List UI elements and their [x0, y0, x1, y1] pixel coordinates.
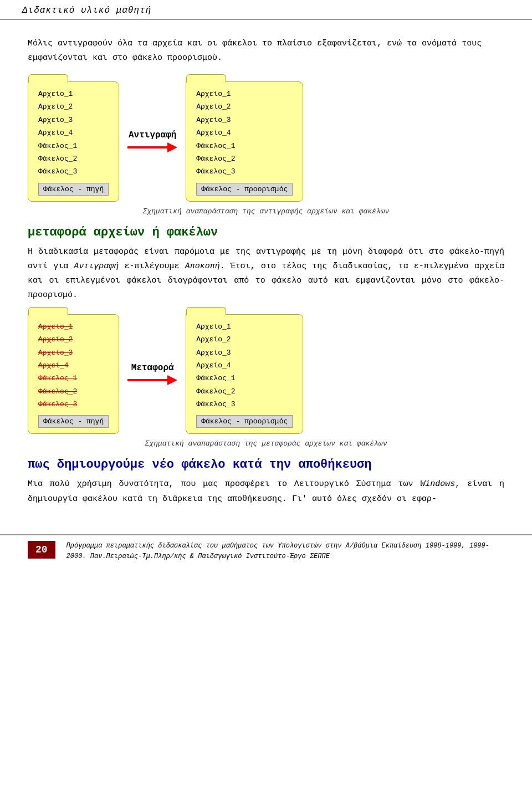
- move-arrow-section: Μεταφορά: [119, 363, 186, 385]
- copy-dst-folder-1: Φάκελος_1: [196, 140, 293, 152]
- copy-source-label: Φάκελος - πηγή: [38, 183, 109, 196]
- copy-dst-file-3: Αρχείο_3: [196, 114, 293, 126]
- copy-diagram-caption: Σχηματική αναπαράσταση της αντιγραφής αρ…: [28, 207, 504, 216]
- copy-src-file-1: Αρχείο_1: [38, 88, 109, 100]
- move-dest-folder-box: Αρχείο_1 Αρχείο_2 Αρχείο_3 Αρχείο_4 Φάκε…: [186, 314, 303, 434]
- move-src-file-3: Αρχείο_3: [38, 346, 109, 359]
- move-dst-file-2: Αρχείο_2: [196, 333, 293, 346]
- move-src-folder-1: Φάκελος_1: [38, 372, 109, 385]
- move-arrow-head: [167, 375, 177, 385]
- copy-arrow: [127, 142, 177, 152]
- copy-arrow-label: Αντιγραφή: [129, 130, 176, 140]
- move-dst-file-1: Αρχείο_1: [196, 320, 293, 333]
- move-source-file-list: Αρχείο_1 Αρχείο_2 Αρχείο_3 Αρχεί_4 Φάκελ…: [38, 320, 109, 411]
- move-source-label: Φάκελος - πηγή: [38, 415, 109, 428]
- move-diagram-caption: Σχηματική αναπαράσταση της μεταφοράς αρχ…: [28, 439, 504, 448]
- move-dst-folder-2: Φάκελος_2: [196, 385, 293, 398]
- move-source-folder-box: Αρχείο_1 Αρχείο_2 Αρχείο_3 Αρχεί_4 Φάκελ…: [28, 314, 119, 434]
- copy-dst-folder-2: Φάκελος_2: [196, 152, 293, 165]
- move-dest-file-list: Αρχείο_1 Αρχείο_2 Αρχείο_3 Αρχείο_4 Φάκε…: [196, 320, 293, 411]
- new-folder-body: Μια πολύ χρήσιμη δυνατότητα, που μας προ…: [28, 477, 504, 506]
- move-src-file-1: Αρχείο_1: [38, 320, 109, 333]
- move-dst-file-3: Αρχείο_3: [196, 346, 293, 359]
- copy-arrow-section: Αντιγραφή: [119, 130, 186, 152]
- arrow-line: [127, 146, 169, 149]
- copy-source-folder: Αρχείο_1 Αρχείο_2 Αρχείο_3 Αρχείο_4 Φάκε…: [28, 81, 119, 202]
- move-dst-file-4: Αρχείο_4: [196, 359, 293, 372]
- move-dst-folder-3: Φάκελος_3: [196, 398, 293, 411]
- copy-src-file-2: Αρχείο_2: [38, 100, 109, 113]
- copy-dst-folder-3: Φάκελος_3: [196, 165, 293, 178]
- copy-src-folder-1: Φάκελος_1: [38, 140, 109, 152]
- copy-dst-file-2: Αρχείο_2: [196, 100, 293, 113]
- intro-paragraph: Μόλις αντιγραφούν όλα τα αρχεία και οι φ…: [28, 37, 504, 65]
- italic-apokopi: Αποκοπή: [185, 262, 220, 271]
- copy-dest-folder-box: Αρχείο_1 Αρχείο_2 Αρχείο_3 Αρχείο_4 Φάκε…: [186, 81, 303, 202]
- move-dst-folder-1: Φάκελος_1: [196, 372, 293, 385]
- move-arrow-label: Μεταφορά: [131, 363, 174, 373]
- move-src-file-2: Αρχείο_2: [38, 333, 109, 346]
- copy-diagram: Αρχείο_1 Αρχείο_2 Αρχείο_3 Αρχείο_4 Φάκε…: [28, 81, 504, 202]
- italic-windows: Windows: [420, 479, 455, 489]
- arrow-head: [167, 142, 177, 152]
- page-header: Διδακτικό υλικό μαθητή: [0, 0, 532, 20]
- move-diagram: Αρχείο_1 Αρχείο_2 Αρχείο_3 Αρχεί_4 Φάκελ…: [28, 314, 504, 434]
- page-footer: 20 Πρόγραμμα πειραματικής διδασκαλίας το…: [0, 534, 532, 567]
- copy-dst-file-4: Αρχείο_4: [196, 126, 293, 139]
- move-body-text: Η διαδικασία μεταφοράς είναι παρόμοια με…: [28, 245, 504, 303]
- copy-source-file-list: Αρχείο_1 Αρχείο_2 Αρχείο_3 Αρχείο_4 Φάκε…: [38, 88, 109, 178]
- copy-source-folder-box: Αρχείο_1 Αρχείο_2 Αρχείο_3 Αρχείο_4 Φάκε…: [28, 81, 119, 202]
- move-dest-folder: Αρχείο_1 Αρχείο_2 Αρχείο_3 Αρχείο_4 Φάκε…: [186, 314, 303, 434]
- move-src-folder-3: Φάκελος_3: [38, 398, 109, 411]
- move-src-file-4: Αρχεί_4: [38, 359, 109, 372]
- page-number: 20: [28, 541, 55, 559]
- copy-src-folder-2: Φάκελος_2: [38, 152, 109, 165]
- move-arrow-line: [127, 379, 169, 381]
- move-arrow: [127, 375, 177, 385]
- move-dest-label: Φάκελος - προορισμός: [196, 415, 293, 428]
- copy-src-folder-3: Φάκελος_3: [38, 165, 109, 178]
- copy-dst-file-1: Αρχείο_1: [196, 88, 293, 100]
- copy-dest-file-list: Αρχείο_1 Αρχείο_2 Αρχείο_3 Αρχείο_4 Φάκε…: [196, 88, 293, 178]
- move-section-heading: μεταφορά αρχείων ή φακέλων: [28, 226, 504, 239]
- copy-src-file-4: Αρχείο_4: [38, 126, 109, 139]
- new-folder-heading-text: πως δημιουργούμε νέο φάκελο κατά την απο…: [28, 458, 372, 472]
- move-source-folder: Αρχείο_1 Αρχείο_2 Αρχείο_3 Αρχεί_4 Φάκελ…: [28, 314, 119, 434]
- move-src-folder-2: Φάκελος_2: [38, 385, 109, 398]
- new-folder-heading: πως δημιουργούμε νέο φάκελο κατά την απο…: [28, 458, 504, 472]
- header-title: Διδακτικό υλικό μαθητή: [22, 6, 151, 16]
- copy-dest-label: Φάκελος - προορισμός: [196, 183, 293, 196]
- italic-antigrafi: Αντιγραφή: [74, 262, 119, 271]
- main-content: Μόλις αντιγραφούν όλα τα αρχεία και οι φ…: [0, 20, 532, 523]
- intro-text: Μόλις αντιγραφούν όλα τα αρχεία και οι φ…: [28, 39, 482, 63]
- footer-text: Πρόγραμμα πειραματικής διδασκαλίας του μ…: [66, 541, 504, 562]
- copy-dest-folder: Αρχείο_1 Αρχείο_2 Αρχείο_3 Αρχείο_4 Φάκε…: [186, 81, 303, 202]
- copy-src-file-3: Αρχείο_3: [38, 114, 109, 126]
